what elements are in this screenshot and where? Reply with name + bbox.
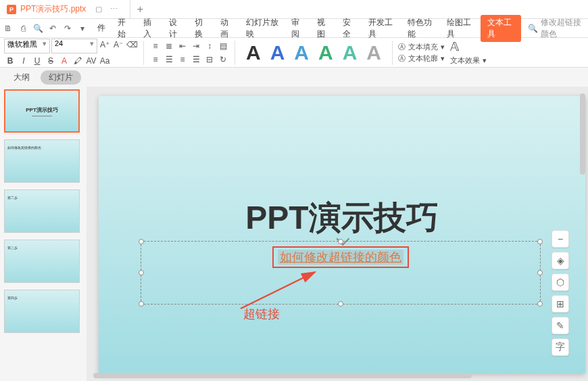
align-left-button[interactable]: ≡	[149, 53, 162, 66]
wordart-style-2[interactable]: A	[270, 41, 285, 64]
slides-tab[interactable]: 幻灯片	[41, 70, 81, 85]
text-direction-button[interactable]: ↻	[217, 53, 229, 66]
present-icon[interactable]: ▢	[95, 5, 102, 14]
resize-handle[interactable]	[537, 239, 543, 244]
search-area[interactable]: 🔍 修改超链接颜色	[522, 17, 585, 40]
slide-thumb-4[interactable]: 第三步	[4, 240, 80, 283]
menu-view[interactable]: 视图	[312, 14, 336, 43]
case-button[interactable]: Aa	[99, 55, 111, 67]
hyperlink-text[interactable]: 如何修改超链接的颜色	[278, 250, 403, 265]
shrink-font-button[interactable]: A⁻	[112, 39, 124, 51]
horizontal-scrollbar[interactable]	[87, 372, 579, 380]
numbering-button[interactable]: ≣	[163, 40, 175, 52]
divider	[392, 41, 393, 65]
pencil-button[interactable]: ✎	[552, 317, 569, 334]
menu-security[interactable]: 安全	[337, 14, 362, 43]
slide-thumb-3[interactable]: 第二步	[4, 189, 80, 233]
wordart-style-3[interactable]: A	[294, 41, 309, 64]
undo-icon[interactable]: ↶	[47, 23, 58, 34]
grow-font-button[interactable]: A⁺	[99, 39, 111, 51]
text-button[interactable]: 字	[552, 338, 569, 356]
text-fill-button[interactable]: Ⓐ文本填充▾	[398, 42, 445, 52]
text-outline-button[interactable]: Ⓐ文本轮廓▾	[398, 53, 445, 64]
preview-icon[interactable]: 🔍	[32, 23, 43, 34]
outline-tab[interactable]: 大纲	[9, 70, 34, 85]
font-name-select[interactable]: 微软雅黑	[4, 39, 50, 53]
quick-access-toolbar: 🗎 ⎙ 🔍 ↶ ↷ ▾	[3, 23, 91, 34]
menu-devtools[interactable]: 开发工具	[363, 14, 401, 43]
main-area: PPT演示技巧 如何修改超链接的颜色 第二步 第三步 第四步 PPT演示技巧	[0, 87, 588, 381]
slide-title[interactable]: PPT演示技巧	[245, 196, 438, 240]
menu-transition[interactable]: 切换	[189, 14, 214, 43]
tab-title: PPT演示技巧.pptx	[20, 3, 86, 15]
slide-thumb-5[interactable]: 第四步	[4, 290, 80, 333]
text-effect-button[interactable]: 𝔸	[450, 39, 487, 54]
menu-design[interactable]: 设计	[164, 14, 188, 43]
wordart-gallery[interactable]: A A A A A A	[241, 41, 387, 64]
bold-button[interactable]: B	[4, 55, 16, 67]
resize-handle[interactable]	[537, 301, 543, 307]
indent-dec-button[interactable]: ⇤	[176, 40, 189, 52]
wordart-style-4[interactable]: A	[318, 41, 333, 64]
slide-canvas-area[interactable]: PPT演示技巧 如何修改超链接的颜色 超链接	[87, 87, 588, 381]
resize-handle[interactable]	[139, 270, 144, 275]
vertical-scrollbar[interactable]	[579, 87, 587, 381]
divider	[143, 41, 144, 65]
document-tab[interactable]: P PPT演示技巧.pptx ▢ ⋯	[0, 0, 130, 18]
slide[interactable]: PPT演示技巧 如何修改超链接的颜色 超链接	[99, 96, 585, 374]
highlight-button[interactable]: 🖍	[72, 55, 84, 67]
underline-button[interactable]: U	[31, 55, 43, 67]
thumbnail-panel[interactable]: PPT演示技巧 如何修改超链接的颜色 第二步 第三步 第四步	[0, 87, 87, 381]
indent-inc-button[interactable]: ⇥	[190, 40, 202, 52]
line-spacing-button[interactable]: ↕	[203, 40, 216, 52]
align-center-button[interactable]: ☰	[163, 53, 175, 66]
text-effect-label: 文本效果	[450, 55, 480, 66]
bullets-button[interactable]: ≡	[149, 40, 162, 52]
slide-thumb-2[interactable]: 如何修改超链接的颜色	[4, 139, 80, 183]
align-justify-button[interactable]: ☰	[190, 53, 202, 66]
menu-drawtools[interactable]: 绘图工具	[441, 14, 479, 43]
menu-file[interactable]: 件	[92, 20, 111, 37]
clear-format-button[interactable]: ⌫	[126, 39, 138, 51]
align-right-button[interactable]: ≡	[176, 53, 189, 66]
resize-handle[interactable]	[139, 239, 144, 244]
wordart-style-1[interactable]: A	[246, 41, 261, 64]
save-icon[interactable]: 🗎	[3, 23, 14, 34]
layers-button[interactable]: ◈	[552, 252, 569, 269]
menu-features[interactable]: 特色功能	[402, 14, 440, 43]
resize-handle[interactable]	[338, 301, 343, 307]
grid-button[interactable]: ⊞	[552, 295, 569, 313]
resize-handle[interactable]	[338, 239, 343, 244]
resize-handle[interactable]	[139, 301, 144, 307]
side-panel-tabs: 大纲 幻灯片	[0, 68, 588, 87]
floating-toolbar: − ◈ ⬡ ⊞ ✎ 字	[552, 230, 569, 356]
dropdown-icon[interactable]: ▾	[77, 23, 88, 34]
thumb-title: PPT演示技巧	[26, 106, 58, 114]
italic-button[interactable]: I	[18, 55, 30, 67]
spacing-button[interactable]: AV	[85, 55, 97, 67]
zoom-out-button[interactable]: −	[552, 230, 569, 248]
resize-handle[interactable]	[537, 270, 543, 275]
menu-slideshow[interactable]: 幻灯片放映	[241, 14, 285, 43]
tab-controls: ▢ ⋯	[90, 5, 123, 14]
print-icon[interactable]: ⎙	[18, 23, 28, 34]
columns-button[interactable]: ▤	[217, 40, 229, 52]
menu-review[interactable]: 审阅	[286, 14, 310, 43]
menu-insert[interactable]: 插入	[138, 14, 162, 43]
slide-thumb-1[interactable]: PPT演示技巧	[4, 89, 80, 133]
wordart-style-6[interactable]: A	[366, 41, 381, 64]
menu-texttools[interactable]: 文本工具	[481, 15, 521, 42]
wordart-style-5[interactable]: A	[343, 41, 358, 64]
annotation-label: 超链接	[243, 306, 280, 322]
fill-icon: Ⓐ	[398, 42, 406, 52]
menu-animation[interactable]: 动画	[215, 14, 239, 43]
valign-button[interactable]: ⊟	[203, 53, 216, 66]
redo-icon[interactable]: ↷	[62, 23, 73, 34]
text-effect-group: 𝔸 文本效果▾	[450, 39, 487, 66]
font-size-select[interactable]: 24	[51, 39, 97, 53]
ribbon-toolbar: 微软雅黑 24 A⁺ A⁻ ⌫ B I U S A 🖍 AV Aa ≡ ≣ ⇤ …	[0, 38, 588, 68]
reflect-button[interactable]: ⬡	[552, 273, 569, 291]
font-color-button[interactable]: A	[58, 55, 70, 67]
strike-button[interactable]: S	[45, 55, 57, 67]
more-icon[interactable]: ⋯	[110, 5, 118, 14]
